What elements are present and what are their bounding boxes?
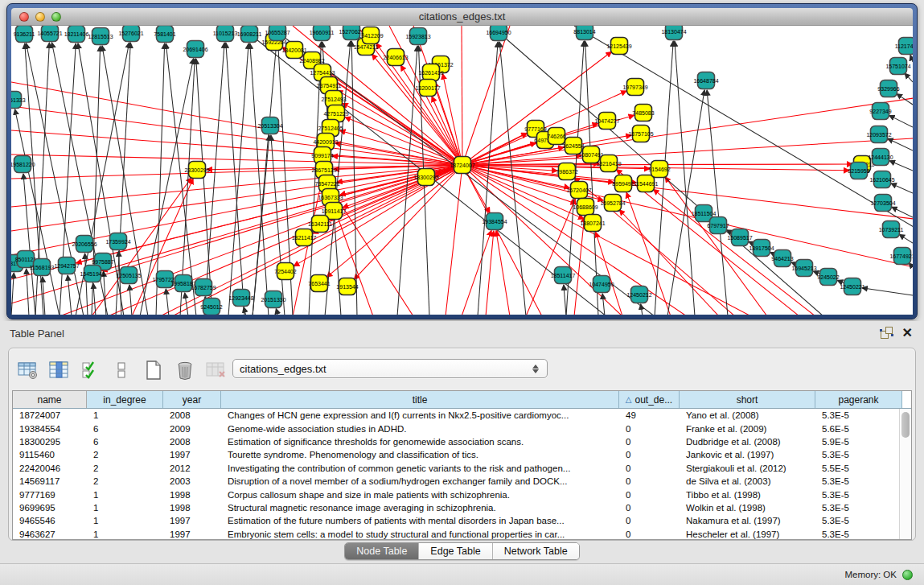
cell-pagerank[interactable]: 5.6E-5 <box>815 424 902 434</box>
select-column-icon[interactable] <box>48 360 70 381</box>
tab-node-table[interactable]: Node Table <box>345 543 419 559</box>
cell-out_de[interactable]: 0 <box>619 437 680 447</box>
graph-node[interactable]: 16648784 <box>693 72 718 89</box>
zoom-window-button[interactable] <box>51 12 61 22</box>
tab-network-table[interactable]: Network Table <box>493 543 579 559</box>
black-edge[interactable] <box>196 59 212 315</box>
cell-short[interactable]: Jankovic et al. (1997) <box>680 450 815 459</box>
graph-node[interactable]: 6797917 <box>707 217 729 234</box>
cell-pagerank[interactable]: 5.5E-5 <box>815 463 902 473</box>
cell-pagerank[interactable]: 5.3E-5 <box>815 450 902 459</box>
red-edge[interactable] <box>496 231 510 315</box>
graph-node[interactable]: 20151330 <box>261 291 285 308</box>
graph-node[interactable]: 16342111 <box>308 216 332 233</box>
graph-node[interactable]: 11217403 <box>895 38 913 55</box>
graph-node[interactable]: 12450212 <box>626 286 651 303</box>
column-header-title[interactable]: title <box>221 391 619 408</box>
cell-in_degree[interactable]: 1 <box>87 529 163 539</box>
cell-short[interactable]: Stergiakouli et al. (2012) <box>680 463 815 473</box>
cell-name[interactable]: 9115460 <box>13 450 87 459</box>
graph-node[interactable]: 16720407 <box>566 182 591 199</box>
black-edge[interactable] <box>119 251 121 315</box>
cell-short[interactable]: de Silva et al. (2003) <box>680 476 815 486</box>
graph-node[interactable]: 12815513 <box>88 28 113 45</box>
cell-name[interactable]: 18300295 <box>13 437 87 447</box>
cell-out_de[interactable]: 0 <box>619 476 680 486</box>
column-header-name[interactable]: name <box>13 391 87 408</box>
black-edge[interactable] <box>574 26 913 227</box>
column-header-in_degree[interactable]: in_degree <box>87 391 163 408</box>
graph-node[interactable]: 14055721 <box>37 26 62 42</box>
black-edge[interactable] <box>707 90 728 315</box>
red-edge[interactable] <box>11 82 462 165</box>
cell-year[interactable]: 2008 <box>163 437 221 447</box>
cell-title[interactable]: Embryonic stem cells: a model to study s… <box>221 529 619 539</box>
cell-name[interactable]: 14569117 <box>13 476 87 486</box>
cell-short[interactable]: Franke et al. (2009) <box>680 424 815 434</box>
cell-name[interactable]: 19384554 <box>13 424 87 434</box>
cell-out_de[interactable]: 0 <box>619 490 680 500</box>
graph-node[interactable]: 10739211 <box>879 221 904 238</box>
graph-node[interactable]: 8959491 <box>612 175 634 192</box>
network-canvas[interactable]: 1872400723300295183002951592226413420081… <box>11 26 913 315</box>
cell-out_de[interactable]: 0 <box>619 463 680 473</box>
graph-node[interactable]: 20691406 <box>183 41 207 58</box>
red-edge[interactable] <box>354 165 462 279</box>
red-edge[interactable] <box>446 165 462 315</box>
black-edge[interactable] <box>478 42 498 315</box>
graph-node[interactable]: 15923813 <box>405 28 430 45</box>
graph-node[interactable]: 18211406 <box>64 26 89 43</box>
black-edge[interactable] <box>228 43 248 315</box>
cell-in_degree[interactable]: 2 <box>87 450 163 459</box>
graph-node[interactable]: 9227349 <box>869 103 891 120</box>
black-edge[interactable] <box>889 115 913 127</box>
graph-node[interactable]: 9136211 <box>14 26 35 43</box>
red-edge[interactable] <box>462 26 510 165</box>
graph-node[interactable]: 16210645 <box>869 171 894 188</box>
cell-in_degree[interactable]: 6 <box>87 424 163 434</box>
table-row[interactable]: 946554611997Estimation of the future num… <box>13 514 911 527</box>
column-header-year[interactable]: year <box>163 391 221 408</box>
graph-node[interactable]: 8813014 <box>573 26 595 40</box>
black-edge[interactable] <box>166 289 169 315</box>
cell-year[interactable]: 2012 <box>163 463 221 473</box>
graph-node[interactable]: 9329966 <box>877 80 899 97</box>
red-edge[interactable] <box>526 199 575 315</box>
cell-name[interactable]: 22420046 <box>13 463 87 473</box>
cell-pagerank[interactable]: 5.9E-5 <box>815 437 902 447</box>
cell-out_de[interactable]: 0 <box>619 424 680 434</box>
graph-node[interactable]: 11015213 <box>213 26 238 42</box>
cell-year[interactable]: 1997 <box>163 450 221 459</box>
black-edge[interactable] <box>93 283 96 315</box>
tab-edge-table[interactable]: Edge Table <box>419 543 492 559</box>
cell-title[interactable]: Changes of HCN gene expression and I(f) … <box>221 410 619 420</box>
graph-node[interactable]: 1913544 <box>336 278 358 295</box>
cell-year[interactable]: 1998 <box>163 503 221 513</box>
graph-node[interactable]: 20206556 <box>72 236 97 253</box>
black-edge[interactable] <box>899 234 913 243</box>
graph-node[interactable]: 12923448 <box>228 290 253 307</box>
close-panel-icon[interactable]: ✕ <box>902 328 913 339</box>
graph-node[interactable]: 19384554 <box>482 213 507 230</box>
graph-node[interactable]: 12942757 <box>54 257 79 274</box>
cell-pagerank[interactable]: 5.3E-5 <box>815 410 902 420</box>
graph-node[interactable]: 7653441 <box>308 275 330 292</box>
cell-title[interactable]: Investigating the contribution of common… <box>221 463 619 473</box>
table-row[interactable]: 1456911722003Disruption of a novel membe… <box>13 475 911 488</box>
graph-node[interactable]: 22406613 <box>383 49 408 66</box>
new-table-icon[interactable] <box>142 360 164 381</box>
cell-in_degree[interactable]: 2 <box>87 476 163 486</box>
graph-node[interactable]: 11568193 <box>30 259 55 276</box>
cell-year[interactable]: 2003 <box>163 476 221 486</box>
black-edge[interactable] <box>862 288 913 295</box>
black-edge[interactable] <box>226 43 244 315</box>
graph-node[interactable]: 9154692 <box>648 161 670 178</box>
graph-node[interactable]: 7986372 <box>556 163 577 180</box>
table-row[interactable]: 911546021997Tourette syndrome. Phenomeno… <box>13 448 911 461</box>
black-edge[interactable] <box>891 183 913 193</box>
black-edge[interactable] <box>68 275 72 315</box>
cell-year[interactable]: 1997 <box>163 529 221 539</box>
red-edge[interactable] <box>462 138 913 165</box>
table-row[interactable]: 1872400712008Changes of HCN gene express… <box>13 409 911 422</box>
graph-node[interactable]: 19581220 <box>11 156 35 173</box>
